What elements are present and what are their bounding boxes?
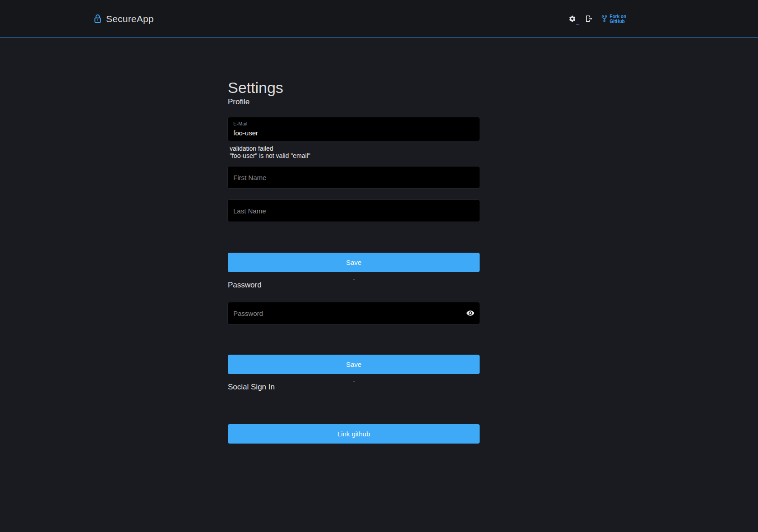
fork-link-text: Fork on GitHub: [610, 14, 626, 24]
error-line-2: "foo-user" is not valid "email": [230, 152, 480, 159]
email-label: E-Mail: [233, 120, 474, 127]
social-sign-in-heading: Social Sign In: [228, 382, 480, 392]
first-name-input[interactable]: [233, 173, 474, 182]
password-heading: Password: [228, 280, 480, 290]
brand: SecureApp: [94, 14, 154, 24]
first-name-field: [228, 167, 480, 188]
page-title: Settings: [228, 79, 480, 97]
email-input[interactable]: [233, 128, 474, 138]
header-actions: Fork on GitHub: [568, 14, 626, 24]
logout-button[interactable]: [584, 14, 593, 23]
toggle-password-visibility-button[interactable]: [466, 309, 475, 318]
fork-link-line1: Fork on: [610, 14, 626, 19]
email-field: E-Mail: [228, 117, 480, 141]
error-line-1: validation failed: [230, 145, 480, 152]
app-title: SecureApp: [106, 14, 154, 24]
fork-link-line2: GitHub: [610, 19, 624, 24]
logout-icon: [584, 14, 593, 23]
save-password-button[interactable]: Save: [228, 355, 480, 374]
github-fork-icon: [601, 15, 608, 23]
last-name-field: [228, 200, 480, 222]
email-validation-error: validation failed "foo-user" is not vali…: [228, 145, 480, 159]
eye-icon: [466, 309, 475, 318]
profile-heading: Profile: [228, 97, 480, 107]
app-header: SecureApp: [0, 0, 758, 38]
gear-icon: [568, 15, 576, 23]
save-profile-button[interactable]: Save: [228, 253, 480, 272]
settings-button[interactable]: [568, 15, 576, 23]
gear-badge: [576, 24, 579, 25]
settings-page: Settings Profile E-Mail validation faile…: [228, 79, 480, 444]
password-input[interactable]: [233, 309, 474, 318]
link-github-button[interactable]: Link github: [228, 424, 480, 444]
password-field: [228, 302, 480, 324]
lock-icon: [94, 14, 102, 23]
last-name-input[interactable]: [233, 206, 474, 215]
fork-on-github-link[interactable]: Fork on GitHub: [601, 14, 626, 24]
